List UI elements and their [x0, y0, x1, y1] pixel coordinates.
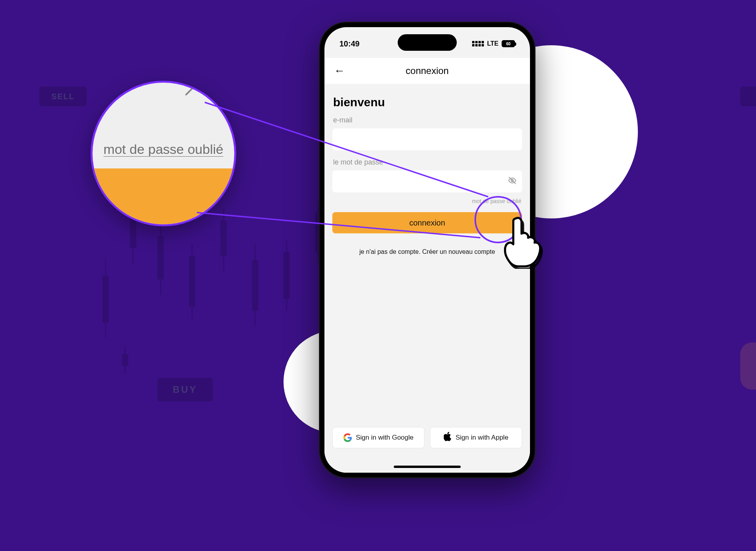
welcome-heading: bienvenu [333, 96, 522, 109]
home-indicator [394, 466, 461, 468]
apple-button-label: Sign in with Apple [456, 434, 508, 442]
status-right: LTE 60 [472, 40, 515, 47]
login-button[interactable]: connexion [332, 212, 522, 233]
magnified-forgot-password: mot de passe oublié [93, 142, 234, 157]
bg-sell-tag: SELL [39, 87, 87, 106]
pointer-cursor-icon [502, 216, 543, 269]
bg-orange-edge [740, 342, 756, 390]
apple-icon [444, 432, 452, 444]
magnifier-handle-detail [185, 87, 194, 96]
google-button-label: Sign in with Google [356, 434, 413, 442]
eye-off-icon[interactable] [508, 176, 517, 187]
network-label: LTE [487, 40, 498, 47]
magnifier-callout: mot de passe oublié [91, 81, 236, 226]
password-field[interactable] [332, 170, 522, 192]
signal-icon [472, 41, 484, 46]
phone-screen: 10:49 LTE 60 ← connexion bienvenu e-mail… [324, 27, 530, 473]
social-sign-in-row: Sign in with Google Sign in with Apple [332, 427, 522, 448]
google-icon [343, 433, 352, 442]
status-time: 10:49 [339, 39, 359, 48]
magnified-login-button-fragment [93, 168, 234, 224]
create-account-link[interactable]: je n'ai pas de compte. Créer un nouveau … [332, 248, 522, 255]
email-label: e-mail [333, 116, 522, 124]
app-header: ← connexion [324, 58, 530, 84]
apple-sign-in-button[interactable]: Sign in with Apple [430, 427, 522, 448]
battery-icon: 60 [502, 40, 515, 47]
screen-body: bienvenu e-mail le mot de passe mot de p… [324, 84, 530, 473]
password-label: le mot de passe [333, 158, 522, 166]
status-bar: 10:49 LTE 60 [324, 36, 530, 52]
forgot-password-link[interactable]: mot de passe oublié [333, 198, 521, 204]
page-title: connexion [334, 65, 521, 76]
bg-buy-tag: BUY [158, 378, 213, 401]
email-field[interactable] [332, 128, 522, 150]
google-sign-in-button[interactable]: Sign in with Google [332, 427, 424, 448]
bg-sell-tag-right [740, 87, 756, 106]
